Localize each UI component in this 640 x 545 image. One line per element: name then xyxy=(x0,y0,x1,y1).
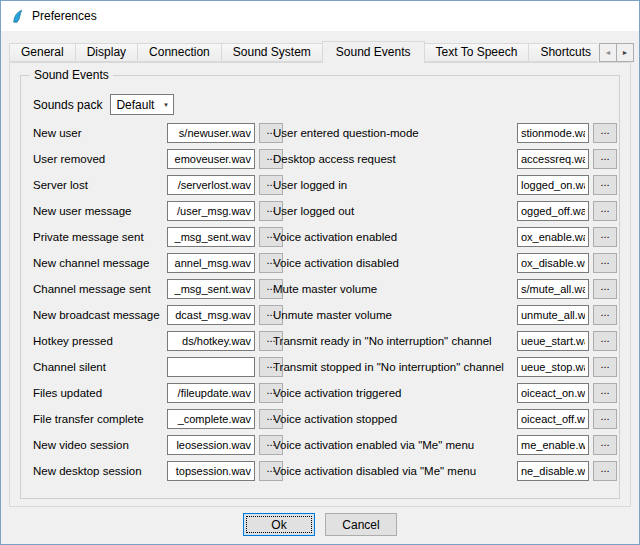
browse-button[interactable]: ... xyxy=(593,279,617,299)
sound-event-row: Hotkey pressed... xyxy=(33,328,283,354)
sound-file-input[interactable] xyxy=(167,123,255,143)
sound-file-input[interactable] xyxy=(517,383,589,403)
sound-events-column-left: New user...User removed...Server lost...… xyxy=(33,120,283,484)
sound-file-input[interactable] xyxy=(517,253,589,273)
tab-shortcuts[interactable]: Shortcuts xyxy=(528,43,597,62)
tab-sound-system[interactable]: Sound System xyxy=(221,43,323,62)
sound-file-input[interactable] xyxy=(167,227,255,247)
tab-general[interactable]: General xyxy=(9,43,76,62)
sound-file-input[interactable] xyxy=(517,175,589,195)
sound-file-input[interactable] xyxy=(517,461,589,481)
sound-event-row: Voice activation triggered... xyxy=(273,380,617,406)
browse-button[interactable]: ... xyxy=(593,383,617,403)
tab-scroll-right-icon[interactable]: ► xyxy=(616,43,634,62)
sound-file-input[interactable] xyxy=(167,201,255,221)
sound-file-input[interactable] xyxy=(517,201,589,221)
sound-event-row: New broadcast message... xyxy=(33,302,283,328)
sound-file-input[interactable] xyxy=(517,149,589,169)
sound-events-group: Sound Events Sounds pack Default ▼ New u… xyxy=(20,75,620,499)
cancel-button[interactable]: Cancel xyxy=(325,513,397,536)
sound-events-column-right: User entered question-mode...Desktop acc… xyxy=(273,120,617,484)
sound-file-input[interactable] xyxy=(167,461,255,481)
sound-event-label: New user message xyxy=(33,205,167,217)
browse-button[interactable]: ... xyxy=(593,435,617,455)
sound-file-input[interactable] xyxy=(167,383,255,403)
sound-file-input[interactable] xyxy=(167,253,255,273)
sound-event-label: Voice activation enabled via "Me" menu xyxy=(273,439,517,451)
sound-event-label: New user xyxy=(33,127,167,139)
sound-event-row: Files updated... xyxy=(33,380,283,406)
sound-file-input[interactable] xyxy=(517,227,589,247)
browse-button[interactable]: ... xyxy=(593,175,617,195)
tab-text-to-speech[interactable]: Text To Speech xyxy=(424,43,530,62)
sound-event-label: Files updated xyxy=(33,387,167,399)
sound-event-label: Voice activation triggered xyxy=(273,387,517,399)
sound-file-input[interactable] xyxy=(167,357,255,377)
browse-button[interactable]: ... xyxy=(593,149,617,169)
browse-button[interactable]: ... xyxy=(593,409,617,429)
sound-event-label: New broadcast message xyxy=(33,309,167,321)
sound-event-row: Mute master volume... xyxy=(273,276,617,302)
sound-event-row: Voice activation enabled via "Me" menu..… xyxy=(273,432,617,458)
sound-event-row: New user message... xyxy=(33,198,283,224)
sound-file-input[interactable] xyxy=(517,331,589,351)
sound-event-label: New channel message xyxy=(33,257,167,269)
sound-event-row: Transmit ready in "No interruption" chan… xyxy=(273,328,617,354)
sound-event-row: Voice activation disabled... xyxy=(273,250,617,276)
sound-event-label: User logged in xyxy=(273,179,517,191)
sound-file-input[interactable] xyxy=(167,435,255,455)
tab-display[interactable]: Display xyxy=(75,43,138,62)
app-icon xyxy=(9,8,25,24)
browse-button[interactable]: ... xyxy=(593,357,617,377)
sounds-pack-select[interactable]: Default ▼ xyxy=(110,94,174,115)
sound-file-input[interactable] xyxy=(517,305,589,325)
sound-event-label: Transmit stopped in "No interruption" ch… xyxy=(273,361,517,373)
chevron-down-icon: ▼ xyxy=(158,102,173,108)
sound-event-label: Voice activation disabled xyxy=(273,257,517,269)
sounds-pack-value: Default xyxy=(111,98,158,112)
sound-event-row: New desktop session... xyxy=(33,458,283,484)
sounds-pack-label: Sounds pack xyxy=(33,98,102,112)
sound-file-input[interactable] xyxy=(167,149,255,169)
sound-event-row: Voice activation enabled... xyxy=(273,224,617,250)
sound-event-label: Server lost xyxy=(33,179,167,191)
sound-event-row: User logged in... xyxy=(273,172,617,198)
sound-file-input[interactable] xyxy=(517,357,589,377)
sound-event-row: New video session... xyxy=(33,432,283,458)
sound-event-label: Voice activation stopped xyxy=(273,413,517,425)
tab-connection[interactable]: Connection xyxy=(137,43,222,62)
sound-event-row: Voice activation stopped... xyxy=(273,406,617,432)
sound-file-input[interactable] xyxy=(167,279,255,299)
sound-event-label: New video session xyxy=(33,439,167,451)
tab-scroll-left-icon[interactable]: ◄ xyxy=(599,43,617,62)
sound-file-input[interactable] xyxy=(517,279,589,299)
sound-event-row: New channel message... xyxy=(33,250,283,276)
sound-event-label: User logged out xyxy=(273,205,517,217)
sound-event-label: User entered question-mode xyxy=(273,127,517,139)
sound-event-label: Channel message sent xyxy=(33,283,167,295)
browse-button[interactable]: ... xyxy=(593,227,617,247)
browse-button[interactable]: ... xyxy=(593,331,617,351)
tab-bar: GeneralDisplayConnectionSound SystemSoun… xyxy=(9,41,597,63)
sound-file-input[interactable] xyxy=(167,409,255,429)
browse-button[interactable]: ... xyxy=(593,123,617,143)
browse-button[interactable]: ... xyxy=(593,305,617,325)
browse-button[interactable]: ... xyxy=(593,201,617,221)
browse-button[interactable]: ... xyxy=(593,461,617,481)
sound-event-row: New user... xyxy=(33,120,283,146)
tab-scroll-control: ◄ ► xyxy=(599,43,634,62)
sound-file-input[interactable] xyxy=(167,331,255,351)
sound-event-label: Desktop access request xyxy=(273,153,517,165)
tab-sound-events[interactable]: Sound Events xyxy=(322,41,425,63)
sound-file-input[interactable] xyxy=(517,435,589,455)
sound-file-input[interactable] xyxy=(167,175,255,195)
sound-file-input[interactable] xyxy=(517,409,589,429)
ok-button[interactable]: Ok xyxy=(243,513,315,536)
preferences-window: Preferences GeneralDisplayConnectionSoun… xyxy=(0,0,640,545)
sound-event-row: File transfer complete... xyxy=(33,406,283,432)
sound-event-row: Transmit stopped in "No interruption" ch… xyxy=(273,354,617,380)
sound-file-input[interactable] xyxy=(517,123,589,143)
sound-file-input[interactable] xyxy=(167,305,255,325)
sound-event-label: Channel silent xyxy=(33,361,167,373)
browse-button[interactable]: ... xyxy=(593,253,617,273)
